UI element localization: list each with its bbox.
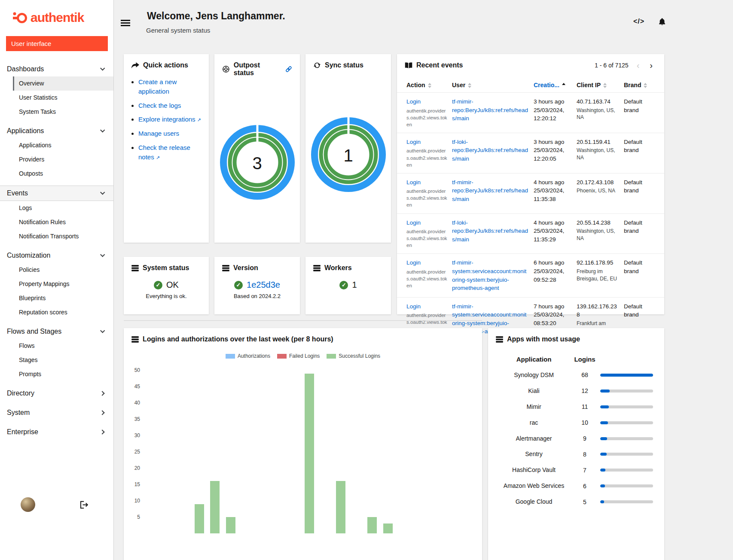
api-code-icon[interactable]: </> <box>633 18 644 25</box>
sidebar-section-directory[interactable]: Directory <box>0 386 113 401</box>
card-title-text: Quick actions <box>143 61 188 69</box>
event-action-link[interactable]: Login <box>406 219 421 226</box>
event-action-link[interactable]: Login <box>406 259 421 266</box>
event-client-ip-cell: 20.172.43.108Phoenix, US, NA <box>577 178 620 209</box>
event-location: Freiburg im Breisgau, DE, EU <box>577 268 620 283</box>
sort-icon[interactable] <box>562 83 565 85</box>
event-user-link[interactable]: tf-mimir-system:serviceaccount:monitorin… <box>452 259 526 291</box>
sidebar-item-overview[interactable]: Overview <box>13 76 113 91</box>
legend-label: Successful Logins <box>339 353 380 359</box>
sidebar-section-applications[interactable]: Applications <box>0 124 113 138</box>
sidebar-item-providers[interactable]: Providers <box>0 152 113 167</box>
sidebar-item-property-mappings[interactable]: Property Mappings <box>0 277 113 291</box>
version-link[interactable]: 1e25d3e <box>247 280 280 290</box>
sidebar-section-system[interactable]: System <box>0 405 113 420</box>
pagination-prev-button[interactable]: ‹ <box>635 61 642 70</box>
sort-icon[interactable] <box>468 83 471 88</box>
quick-action-link-explore-integrations[interactable]: Explore integrations <box>138 116 195 123</box>
y-axis-label: 5 <box>137 514 140 520</box>
quick-action-link-check-the-logs[interactable]: Check the logs <box>138 102 181 109</box>
sidebar-section-customization[interactable]: Customization <box>0 248 113 263</box>
sidebar-item-system-tasks[interactable]: System Tasks <box>0 105 113 119</box>
sidebar-item-policies[interactable]: Policies <box>0 263 113 277</box>
app-login-count: 5 <box>569 499 600 505</box>
sort-icon[interactable] <box>428 83 431 88</box>
logout-icon[interactable] <box>80 501 89 509</box>
chart-plot-area: 5101520253035404550 <box>130 365 476 533</box>
authentik-logo[interactable]: authentik <box>0 0 113 33</box>
apps-column-application: Application <box>498 352 569 367</box>
outpost-icon <box>222 65 230 73</box>
usage-bar-track <box>600 453 653 456</box>
column-header-user[interactable]: User <box>452 82 529 88</box>
outpost-status-card: Outpost status 3 <box>214 54 300 243</box>
sidebar-item-user-statistics[interactable]: User Statistics <box>0 91 113 105</box>
user-interface-button[interactable]: User interface <box>6 36 108 51</box>
event-user-link[interactable]: tf-loki-repo:BeryJu/k8s:ref:refs/heads/m… <box>452 139 528 162</box>
event-client-ip: 40.71.163.74 <box>577 97 620 106</box>
event-action-link[interactable]: Login <box>406 139 421 145</box>
event-action-link[interactable]: Login <box>406 179 421 186</box>
sidebar-section-enterprise[interactable]: Enterprise <box>0 425 113 439</box>
app-login-count: 11 <box>569 403 600 410</box>
column-header-brand[interactable]: Brand <box>624 82 655 88</box>
event-user-link[interactable]: tf-loki-repo:BeryJu/k8s:ref:refs/heads/m… <box>452 219 528 243</box>
workers-card: Workers 1 <box>305 257 391 314</box>
outpost-link-icon[interactable] <box>285 66 292 73</box>
logins-chart-card: Logins and authorizations over the last … <box>124 328 482 560</box>
sidebar-item-logs[interactable]: Logs <box>0 201 113 215</box>
event-timestamp: 25/03/2024, 11:35:38 <box>534 186 572 203</box>
sidebar-section-flows-and-stages[interactable]: Flows and Stages <box>0 324 113 339</box>
sidebar-section-events[interactable]: Events <box>0 186 113 201</box>
sort-icon[interactable] <box>603 83 607 88</box>
sidebar-item-outposts[interactable]: Outposts <box>0 167 113 181</box>
section-label: Dashboards <box>7 65 44 73</box>
event-action-link[interactable]: Login <box>406 98 421 105</box>
column-header-creatio[interactable]: Creatio... <box>534 82 572 88</box>
event-user-cell: tf-mimir-repo:BeryJu/k8s:ref:refs/heads/… <box>452 178 529 209</box>
quick-action-link-check-the-release-notes[interactable]: Check the release notes <box>138 144 190 161</box>
pagination-next-button[interactable]: › <box>647 61 655 70</box>
system-status-value-row: OK <box>124 280 209 290</box>
section-label: Applications <box>7 127 44 135</box>
app-login-count: 10 <box>569 419 600 426</box>
event-user-cell: tf-loki-repo:BeryJu/k8s:ref:refs/heads/m… <box>452 219 529 249</box>
sidebar-item-applications[interactable]: Applications <box>0 138 113 152</box>
column-header-action[interactable]: Action <box>406 82 448 88</box>
sort-icon[interactable] <box>644 83 647 88</box>
usage-bar-fill <box>600 390 610 393</box>
quick-action-link-manage-users[interactable]: Manage users <box>138 130 179 137</box>
event-action-link[interactable]: Login <box>406 303 421 310</box>
sidebar-section-dashboards[interactable]: Dashboards <box>0 62 113 76</box>
event-timestamp: 25/03/2024, 08:53:20 <box>534 310 572 327</box>
sidebar: authentik User interface DashboardsOverv… <box>0 0 114 560</box>
sidebar-item-prompts[interactable]: Prompts <box>0 367 113 381</box>
logins-chart-title: Logins and authorizations over the last … <box>124 328 482 350</box>
menu-toggle-icon[interactable] <box>121 18 130 27</box>
event-user-link[interactable]: tf-mimir-repo:BeryJu/k8s:ref:refs/heads/… <box>452 179 528 202</box>
sidebar-item-reputation-scores[interactable]: Reputation scores <box>0 305 113 320</box>
usage-bar-fill <box>600 484 605 487</box>
legend-swatch <box>277 354 287 359</box>
event-time-ago: 7 hours ago <box>534 302 572 311</box>
event-user-link[interactable]: tf-mimir-repo:BeryJu/k8s:ref:refs/heads/… <box>452 98 528 122</box>
column-label: Client IP <box>577 82 601 88</box>
user-avatar[interactable] <box>21 497 35 512</box>
event-location: Washington, US, NA <box>577 228 620 242</box>
notifications-bell-icon[interactable] <box>658 17 666 28</box>
event-time-ago: 6 hours ago <box>534 259 572 267</box>
sidebar-item-flows[interactable]: Flows <box>0 339 113 353</box>
server-stack-icon <box>131 265 139 271</box>
sidebar-item-notification-rules[interactable]: Notification Rules <box>0 215 113 229</box>
sidebar-item-notification-transports[interactable]: Notification Transports <box>0 229 113 243</box>
version-card: Version 1e25d3e Based on 2024.2.2 <box>214 257 300 314</box>
sidebar-item-blueprints[interactable]: Blueprints <box>0 291 113 305</box>
chart-bar <box>195 504 204 533</box>
y-axis-label: 15 <box>134 481 140 487</box>
column-header-client-ip[interactable]: Client IP <box>577 82 620 88</box>
quick-action-link-create-a-new-application[interactable]: Create a new application <box>138 78 177 95</box>
chart-bar <box>210 481 220 533</box>
event-client-ip-cell: 20.55.14.238Washington, US, NA <box>577 219 620 249</box>
sidebar-item-stages[interactable]: Stages <box>0 353 113 367</box>
check-circle-icon <box>339 281 348 289</box>
